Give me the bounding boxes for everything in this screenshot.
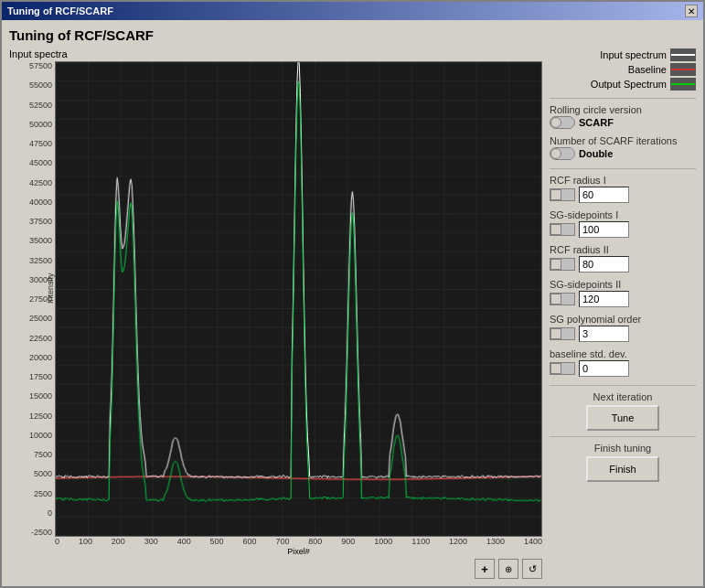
- main-chart[interactable]: [55, 61, 542, 537]
- sg-sidepoints-ii-label: SG-sidepoints II: [550, 279, 696, 290]
- zoom-fit-button[interactable]: ⊕: [498, 559, 518, 579]
- separator-2: [550, 168, 696, 169]
- sg-sidepoints-ii-input[interactable]: [579, 291, 629, 307]
- rcf-radius-i-control: RCF radius I: [550, 175, 696, 203]
- sg-polynomial-order-control: SG polynomial order: [550, 314, 696, 342]
- baseline-std-dev-spin[interactable]: [550, 362, 575, 375]
- page-title: Tuning of RCF/SCARF: [9, 27, 696, 43]
- baseline-std-dev-label: baseline std. dev.: [550, 348, 696, 359]
- rcf-radius-ii-input[interactable]: [579, 256, 629, 273]
- sg-sidepoints-i-control: SG-sidepoints I: [550, 209, 696, 238]
- y-axis-label: Intensity: [46, 273, 55, 304]
- finish-tuning-label: Finish tuning: [550, 443, 696, 454]
- sg-polynomial-order-label: SG polynomial order: [550, 314, 696, 325]
- sg-sidepoints-ii-input-group: [550, 291, 696, 307]
- sg-sidepoints-i-input[interactable]: [579, 221, 629, 238]
- sg-sidepoints-i-spin[interactable]: [550, 223, 575, 236]
- separator-3: [550, 385, 696, 386]
- rolling-circle-label: Rolling circle version: [550, 104, 696, 115]
- sg-sidepoints-ii-spin[interactable]: [550, 293, 575, 305]
- body-area: Input spectra 57500 55000 52500 50000 47…: [9, 48, 696, 579]
- legend-output-spectrum-label: Output Spectrum: [591, 79, 667, 90]
- baseline-std-dev-knob: [550, 363, 561, 374]
- main-window: Tuning of RCF/SCARF ✕ Tuning of RCF/SCAR…: [0, 0, 705, 588]
- sg-sidepoints-i-knob: [550, 224, 561, 235]
- baseline-std-dev-input[interactable]: [579, 360, 629, 377]
- scarf-iterations-toggle[interactable]: [550, 147, 575, 160]
- chart-top-label: Input spectra: [9, 48, 542, 59]
- right-panel: Input spectrum Baseline Output Spectrum: [550, 48, 696, 579]
- legend-input-spectrum: Input spectrum: [550, 48, 696, 61]
- toggle-knob-2: [550, 148, 561, 159]
- sg-polynomial-order-input-group: [550, 326, 696, 342]
- rolling-circle-control: Rolling circle version SCARF: [550, 104, 696, 129]
- window-title: Tuning of RCF/SCARF: [7, 5, 113, 16]
- reset-button[interactable]: ↺: [522, 559, 542, 579]
- rcf-radius-i-spin[interactable]: [550, 188, 575, 201]
- legend-baseline-icon: [670, 63, 696, 76]
- finish-section: Finish tuning Finish: [550, 443, 696, 482]
- titlebar: Tuning of RCF/SCARF ✕: [2, 2, 703, 20]
- rcf-radius-ii-spin[interactable]: [550, 258, 575, 271]
- scarf-iterations-label: Number of SCARF iterations: [550, 135, 696, 146]
- rcf-radius-ii-label: RCF radius II: [550, 244, 696, 255]
- x-axis-label: Pixel#: [55, 547, 542, 556]
- finish-button[interactable]: Finish: [586, 456, 659, 482]
- baseline-std-dev-control: baseline std. dev.: [550, 348, 696, 377]
- baseline-std-dev-input-group: [550, 360, 696, 377]
- legend-output-spectrum: Output Spectrum: [550, 78, 696, 91]
- rcf-radius-ii-input-group: [550, 256, 696, 273]
- content-area: Tuning of RCF/SCARF Input spectra 57500 …: [2, 20, 703, 586]
- chart-wrapper: 57500 55000 52500 50000 47500 45000 4250…: [9, 61, 542, 537]
- rcf-radius-ii-control: RCF radius II: [550, 244, 696, 273]
- sg-polynomial-order-spin[interactable]: [550, 327, 575, 340]
- rolling-circle-toggle[interactable]: [550, 116, 575, 129]
- legend-output-spectrum-icon: [670, 78, 696, 91]
- sg-polynomial-order-knob: [550, 328, 561, 339]
- next-iteration-label: Next iteration: [550, 391, 696, 402]
- close-button[interactable]: ✕: [685, 5, 698, 17]
- toggle-knob: [550, 117, 561, 128]
- x-axis: 0 100 200 300 400 500 600 700 800 900 10…: [9, 537, 542, 556]
- legend-input-spectrum-icon: [670, 48, 696, 61]
- legend-input-spectrum-label: Input spectrum: [600, 49, 667, 60]
- legend-baseline-label: Baseline: [628, 64, 667, 75]
- bottom-icons: + ⊕ ↺: [9, 559, 542, 579]
- separator-1: [550, 98, 696, 99]
- sg-sidepoints-ii-knob: [550, 294, 561, 305]
- zoom-in-button[interactable]: +: [475, 559, 495, 579]
- sg-polynomial-order-input[interactable]: [579, 326, 629, 342]
- chart-area: Input spectra 57500 55000 52500 50000 47…: [9, 48, 542, 579]
- rolling-circle-value: SCARF: [579, 117, 614, 128]
- tune-section: Next iteration Tune: [550, 391, 696, 431]
- rcf-radius-i-label: RCF radius I: [550, 175, 696, 186]
- scarf-iterations-value: Double: [579, 148, 613, 159]
- scarf-iterations-control: Number of SCARF iterations Double: [550, 135, 696, 160]
- tune-button[interactable]: Tune: [586, 405, 659, 431]
- rcf-radius-i-input-group: [550, 187, 696, 203]
- rcf-radius-i-knob: [550, 189, 561, 200]
- sg-sidepoints-i-input-group: [550, 221, 696, 238]
- rcf-radius-i-input[interactable]: [579, 187, 629, 203]
- rolling-circle-inner: SCARF: [550, 116, 696, 129]
- rcf-radius-ii-knob: [550, 259, 561, 270]
- separator-4: [550, 436, 696, 437]
- legend-baseline: Baseline: [550, 63, 696, 76]
- legend: Input spectrum Baseline Output Spectrum: [550, 48, 696, 92]
- sg-sidepoints-ii-control: SG-sidepoints II: [550, 279, 696, 307]
- sg-sidepoints-i-label: SG-sidepoints I: [550, 209, 696, 220]
- scarf-iterations-inner: Double: [550, 147, 696, 160]
